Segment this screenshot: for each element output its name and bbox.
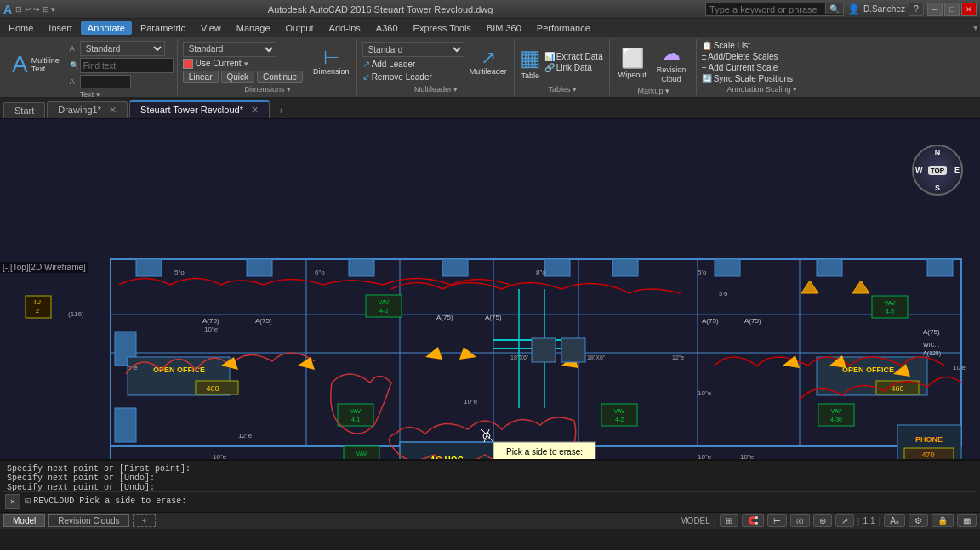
dimension-button[interactable]: ⊢ Dimension	[310, 47, 353, 78]
menu-express[interactable]: Express Tools	[407, 21, 478, 35]
add-delete-icon: ±	[702, 52, 707, 61]
sync-scale-row[interactable]: 🔄 Sync Scale Positions	[702, 74, 793, 83]
add-current-scale-row[interactable]: + Add Current Scale	[702, 63, 793, 72]
properties-btn[interactable]: ▦	[957, 514, 977, 527]
markup-group-label[interactable]: Markup	[615, 85, 692, 95]
search-input[interactable]	[706, 3, 825, 15]
workspace-btn[interactable]: ⚙	[909, 514, 928, 527]
doc-tab-add[interactable]: +	[271, 103, 290, 118]
menu-view[interactable]: View	[194, 21, 228, 35]
snap-btn[interactable]: 🧲	[742, 514, 764, 527]
grid-btn[interactable]: ⊞	[720, 514, 738, 527]
quick-button[interactable]: Quick	[221, 71, 255, 83]
sep2: |	[858, 516, 860, 526]
text-style-select[interactable]: Standard	[80, 41, 165, 56]
doc-tab-revcloud[interactable]: Steuart Tower Revcloud* ✕	[129, 100, 270, 118]
text-group-content: A Multiline Text A Standard	[7, 41, 174, 88]
revision-cloud-label-2: Cloud	[661, 75, 681, 83]
svg-text:5"o: 5"o	[174, 269, 185, 276]
tables-group-label[interactable]: Tables	[520, 83, 606, 94]
use-current-arrow[interactable]: ▾	[244, 60, 248, 68]
use-current-row: Use Current ▾	[183, 59, 303, 69]
app-logo: A	[3, 3, 12, 16]
close-button[interactable]: ✕	[961, 3, 977, 16]
continue-button[interactable]: Continue	[257, 71, 303, 83]
revision-cloud-button[interactable]: ☁ Revision Cloud	[653, 41, 690, 85]
svg-text:A(75): A(75)	[702, 317, 719, 325]
revision-cloud-icon: ☁	[662, 43, 681, 65]
menu-manage[interactable]: Manage	[230, 21, 277, 35]
find-text-input[interactable]	[80, 58, 174, 73]
dimensions-group-label[interactable]: Dimensions	[183, 83, 353, 94]
scale-list-row[interactable]: 📋 Scale List	[702, 41, 793, 50]
annotation-scaling-group-label[interactable]: Annotation Scaling	[702, 83, 823, 94]
add-leader-row[interactable]: ↗ Add Leader	[362, 59, 464, 70]
menu-bim360[interactable]: BIM 360	[480, 21, 528, 35]
style-row: A Standard	[70, 41, 174, 56]
link-data-button[interactable]: 🔗 Link Data	[544, 63, 603, 72]
command-input[interactable]	[502, 496, 977, 506]
model-tab[interactable]: Model	[3, 514, 45, 527]
viewport-label: [-][Top][2D Wireframe]	[0, 262, 88, 273]
multiline-text-button[interactable]: A Multiline Text	[7, 49, 65, 80]
dim-style-select[interactable]: Standard	[183, 42, 276, 57]
svg-text:12"e: 12"e	[238, 432, 253, 439]
menu-a360[interactable]: A360	[369, 21, 405, 35]
table-label[interactable]: Table	[521, 71, 539, 80]
menu-home[interactable]: Home	[2, 21, 40, 35]
extract-data-button[interactable]: 📊 Extract Data	[544, 52, 603, 61]
ribbon-toggle[interactable]: ▾	[973, 22, 978, 33]
text-height-input[interactable]: 0.2000	[80, 75, 131, 88]
minimize-button[interactable]: ─	[927, 3, 943, 16]
compass: N S W E TOP	[912, 145, 963, 196]
annotation-scale-btn[interactable]: Aₐ	[884, 514, 905, 527]
svg-text:A(75): A(75)	[436, 314, 453, 321]
menu-performance[interactable]: Performance	[530, 21, 597, 35]
titlebar-right: 🔍 👤 D.Sanchez ? ─ □ ✕	[705, 3, 977, 16]
revision-clouds-tab[interactable]: Revision Clouds	[48, 514, 128, 527]
revision-cloud-label-1: Revision	[657, 65, 687, 74]
user-icon: 👤	[847, 3, 860, 15]
linear-button[interactable]: Linear	[183, 71, 219, 83]
svg-text:VAV: VAV	[350, 408, 362, 414]
tracking-btn[interactable]: ↗	[835, 514, 854, 527]
table-button-wrap: ▦ Table	[520, 45, 541, 80]
command-close-btn[interactable]: ✕	[5, 494, 20, 509]
svg-rect-19	[715, 259, 740, 276]
ortho-btn[interactable]: ⊢	[767, 514, 787, 527]
menu-parametric[interactable]: Parametric	[134, 21, 192, 35]
svg-text:10"e: 10"e	[698, 389, 712, 397]
doc-tab-start[interactable]: Start	[3, 102, 45, 118]
menu-output[interactable]: Output	[279, 21, 321, 35]
compass-s: S	[935, 184, 940, 192]
height-a-icon: A	[70, 77, 78, 86]
remove-leader-row[interactable]: ↙ Remove Leader	[362, 71, 464, 82]
svg-text:10"e: 10"e	[204, 326, 219, 333]
doc-tab-drawing1[interactable]: Drawing1* ✕	[47, 101, 128, 118]
polar-btn[interactable]: ◎	[790, 514, 810, 527]
lock-btn[interactable]: 🔒	[932, 514, 954, 527]
text-group-label[interactable]: Text	[7, 88, 174, 99]
drawing1-close[interactable]: ✕	[109, 105, 117, 115]
multileader-button[interactable]: ↗ Multileader	[466, 47, 510, 78]
menubar: Home Insert Annotate Parametric View Man…	[0, 19, 980, 37]
menu-addins[interactable]: Add-ins	[322, 21, 368, 35]
multileader-group-label[interactable]: Multileader	[362, 83, 510, 94]
help-button[interactable]: ?	[909, 3, 924, 16]
multileader-style-select[interactable]: Standard	[362, 42, 464, 57]
add-delete-scales-row[interactable]: ± Add/Delete Scales	[702, 52, 793, 61]
menu-insert[interactable]: Insert	[42, 21, 79, 35]
quick-access: ⊡ ↩ ↪ ⊟ ▾	[15, 5, 55, 14]
menu-annotate[interactable]: Annotate	[81, 21, 132, 35]
compass-top-btn[interactable]: TOP	[928, 166, 947, 175]
maximize-button[interactable]: □	[944, 3, 960, 16]
search-button[interactable]: 🔍	[825, 3, 843, 14]
svg-text:4-5: 4-5	[886, 309, 894, 315]
svg-text:6"o: 6"o	[315, 269, 325, 276]
search-box[interactable]: 🔍	[705, 3, 844, 16]
revcloud-close[interactable]: ✕	[251, 105, 259, 115]
bottom-status: Model Revision Clouds + MODEL | ⊞ 🧲 ⊢ ◎ …	[0, 512, 980, 529]
wipeout-button[interactable]: ⬜ Wipeout	[615, 46, 650, 81]
osnap-btn[interactable]: ⊕	[813, 514, 832, 527]
add-layout-btn[interactable]: +	[133, 514, 157, 527]
